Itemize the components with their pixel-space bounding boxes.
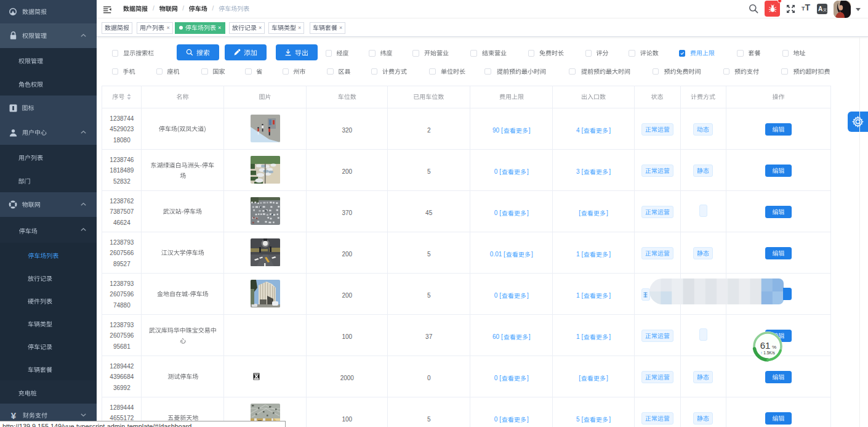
svg-text:↑ 1.5K/s: ↑ 1.5K/s (760, 351, 775, 355)
svg-text:%: % (772, 344, 776, 350)
svg-text:61: 61 (760, 340, 771, 351)
